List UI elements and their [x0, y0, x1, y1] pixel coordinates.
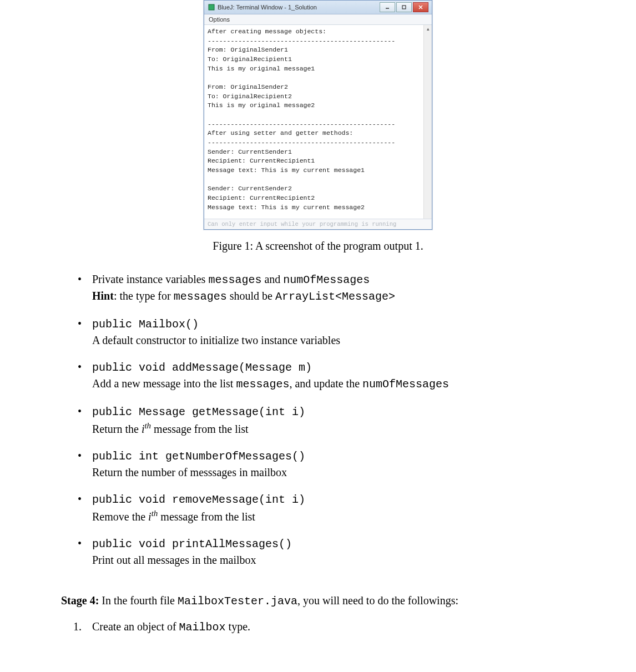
- window-title: BlueJ: Terminal Window - 1_Solution: [218, 4, 380, 11]
- method-signature: public void removeMessage(int i): [92, 493, 305, 506]
- titlebar: BlueJ: Terminal Window - 1_Solution: [204, 1, 432, 14]
- text: Return the: [92, 423, 142, 435]
- figure-wrapper: BlueJ: Terminal Window - 1_Solution Opti…: [61, 0, 575, 230]
- scroll-up-icon[interactable]: ▴: [424, 25, 432, 33]
- text: : the type for: [114, 290, 174, 302]
- text: , you will need to do the followings:: [297, 594, 458, 607]
- code: numOfMessages: [362, 378, 449, 391]
- svg-rect-0: [209, 4, 214, 10]
- bullet-item: public Mailbox() A default constructor t…: [61, 316, 575, 348]
- text: message from the list: [158, 511, 255, 523]
- maximize-icon: [402, 5, 406, 9]
- ordered-item: 1. Create an object of Mailbox type.: [61, 619, 575, 635]
- menubar: Options: [204, 14, 432, 25]
- text: , and update the: [289, 377, 362, 390]
- stage-heading: Stage 4: In the fourth file MailboxTeste…: [61, 594, 575, 608]
- ordered-list: 1. Create an object of Mailbox type.: [61, 619, 575, 635]
- text: Remove the: [92, 511, 148, 523]
- hint-label: Hint: [92, 290, 114, 302]
- method-signature: public void addMessage(Message m): [92, 361, 312, 374]
- method-description: Print out all messages in the mailbox: [92, 554, 256, 566]
- window-controls: [380, 2, 428, 12]
- bullet-item: public int getNumberOfMessages() Return …: [61, 448, 575, 480]
- text: type.: [226, 620, 250, 633]
- figure-caption: Figure 1: A screenshot of the program ou…: [61, 240, 575, 252]
- superscript-th: th: [144, 421, 151, 430]
- minimize-icon: [385, 5, 390, 9]
- bullet-item: public void removeMessage(int i) Remove …: [61, 491, 575, 524]
- stage-label: Stage 4:: [61, 594, 99, 607]
- code: ArrayList<Message>: [275, 290, 395, 303]
- bullet-item: public Message getMessage(int i) Return …: [61, 403, 575, 437]
- terminal-output: After creating message objects: --------…: [204, 25, 432, 219]
- app-icon: [208, 3, 215, 11]
- text: message from the list: [151, 423, 249, 435]
- text: Private instance variables: [92, 273, 208, 285]
- text: should be: [227, 290, 275, 302]
- scrollbar[interactable]: ▴: [423, 25, 432, 219]
- code: numOfMessages: [283, 274, 370, 286]
- method-description: Return the number of messsages in mailbo…: [92, 466, 287, 478]
- code: messages: [208, 274, 261, 286]
- text: In the fourth file: [99, 594, 178, 607]
- code: MailboxTester.java: [178, 595, 297, 608]
- text: Create an object of: [92, 620, 179, 633]
- minimize-button[interactable]: [380, 2, 395, 12]
- superscript-th: th: [152, 509, 158, 518]
- item-number: 1.: [73, 619, 82, 634]
- code: messages: [174, 290, 227, 303]
- bullet-item: public void addMessage(Message m) Add a …: [61, 359, 575, 392]
- menu-options[interactable]: Options: [209, 16, 230, 23]
- text: Add a new message into the list: [92, 377, 236, 390]
- method-signature: public void printAllMessages(): [92, 538, 292, 550]
- bullet-list: Private instance variables messages and …: [61, 271, 575, 567]
- close-icon: [418, 5, 423, 9]
- bullet-item: Private instance variables messages and …: [61, 271, 575, 305]
- close-button[interactable]: [413, 2, 428, 12]
- svg-rect-2: [402, 6, 406, 9]
- code: messages: [236, 378, 289, 391]
- method-description: A default constructor to initialize two …: [92, 334, 340, 346]
- method-signature: public Message getMessage(int i): [92, 406, 305, 418]
- method-signature: public int getNumberOfMessages(): [92, 450, 305, 463]
- bullet-item: public void printAllMessages() Print out…: [61, 535, 575, 568]
- terminal-window: BlueJ: Terminal Window - 1_Solution Opti…: [204, 0, 432, 230]
- terminal-footer: Can only enter input while your programm…: [204, 219, 432, 229]
- code: Mailbox: [179, 621, 226, 634]
- terminal-body: After creating message objects: --------…: [204, 25, 432, 219]
- maximize-button[interactable]: [396, 2, 412, 12]
- text: and: [261, 273, 283, 285]
- document-page: BlueJ: Terminal Window - 1_Solution Opti…: [0, 0, 636, 658]
- method-signature: public Mailbox(): [92, 318, 199, 331]
